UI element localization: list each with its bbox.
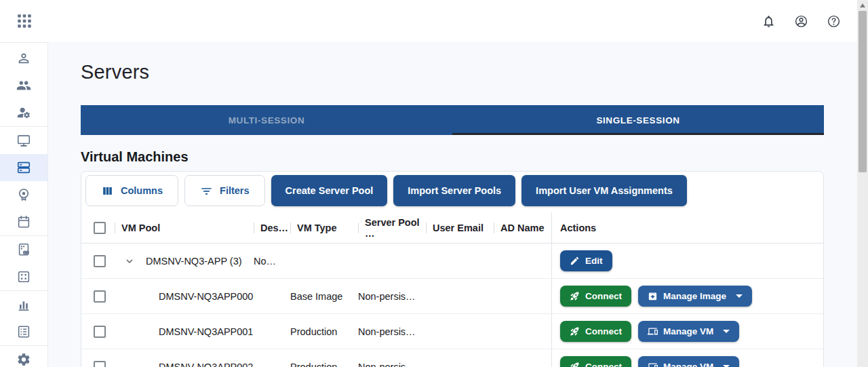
sidebar-item-applications[interactable] — [0, 263, 47, 290]
servers-icon — [16, 160, 31, 175]
connect-button[interactable]: Connect — [560, 356, 631, 367]
rocket-icon — [570, 362, 580, 367]
manage-vm-button[interactable]: Manage VM — [638, 356, 739, 367]
row-checkbox[interactable] — [94, 326, 106, 338]
columns-button[interactable]: Columns — [85, 175, 178, 206]
table-row: DMSNV-NQ3-APP (3) No… Edit — [81, 244, 823, 279]
sidebar-item-groups[interactable] — [0, 72, 47, 99]
scrollbar-thumb[interactable] — [859, 11, 867, 172]
sidebar-item-users[interactable] — [0, 45, 47, 72]
filters-button-label: Filters — [220, 185, 250, 196]
vm-name: DMSNV-NQ3APP001 — [159, 326, 253, 337]
badge-icon — [16, 187, 31, 202]
rocket-icon — [570, 326, 580, 336]
header-actions: Actions — [551, 212, 823, 243]
header-user-email[interactable]: User Email — [426, 212, 494, 243]
header-vm-pool[interactable]: VM Pool — [115, 212, 254, 243]
sidebar-item-certificates[interactable] — [0, 181, 47, 208]
table-toolbar: Columns Filters Create Server Pool Impor… — [81, 172, 823, 212]
sidebar-nav — [0, 42, 48, 367]
desktop-icon — [16, 133, 31, 148]
account-circle-icon — [794, 14, 808, 28]
manage-accounts-icon — [16, 105, 31, 120]
row-checkbox[interactable] — [94, 361, 106, 367]
row-checkbox[interactable] — [94, 290, 106, 303]
manage-image-button[interactable]: Manage Image — [638, 286, 752, 307]
logs-list-icon — [16, 324, 31, 339]
select-all-checkbox[interactable] — [94, 222, 106, 234]
user-icon — [16, 51, 31, 66]
session-tabbar: MULTI-SESSION SINGLE-SESSION — [81, 105, 824, 135]
vm-pool-name: DMSNV-NQ3-APP (3) — [146, 256, 242, 267]
sidebar-item-settings[interactable] — [0, 346, 47, 367]
calendar-icon — [16, 214, 31, 229]
bar-chart-icon — [16, 297, 31, 312]
row-checkbox[interactable] — [94, 255, 106, 267]
import-server-pools-button[interactable]: Import Server Pools — [393, 175, 515, 206]
sidebar-item-logs[interactable] — [0, 318, 47, 345]
vm-type: Base Image — [290, 279, 358, 313]
server-pool-type: Non-persis… — [358, 279, 426, 313]
header-server-pool-type[interactable]: Server Pool … — [358, 212, 426, 243]
table-row: DMSNV-NQ3APP000 Base Image Non-persis… C… — [81, 279, 823, 314]
dropdown-caret-icon — [723, 330, 730, 333]
devices-icon — [648, 362, 658, 367]
sidebar-item-desktops[interactable] — [0, 127, 47, 154]
connect-button[interactable]: Connect — [560, 286, 631, 307]
table-row: DMSNV-NQ3APP001 Production Non-persis… C… — [81, 314, 823, 349]
filters-button[interactable]: Filters — [184, 175, 265, 206]
columns-icon — [101, 185, 114, 197]
group-icon — [16, 78, 31, 93]
sidebar-item-servers[interactable] — [0, 154, 47, 181]
account-button[interactable] — [788, 8, 814, 34]
top-bar — [0, 0, 868, 42]
vm-description: No… — [254, 244, 290, 278]
virtual-machines-card: Columns Filters Create Server Pool Impor… — [81, 171, 824, 367]
tab-single-session[interactable]: SINGLE-SESSION — [452, 105, 824, 135]
table-header-row: VM Pool Des… VM Type Server Pool … User … — [81, 212, 823, 244]
app-link-icon — [16, 242, 31, 257]
help-button[interactable] — [821, 8, 846, 34]
sidebar-item-user-settings[interactable] — [0, 99, 47, 126]
server-pool-type: Non-persis… — [358, 314, 426, 349]
edit-button[interactable]: Edit — [560, 250, 612, 271]
chevron-down-icon — [123, 255, 136, 267]
notifications-button[interactable] — [755, 8, 781, 34]
apps-grid-icon — [16, 12, 33, 30]
header-ad-name[interactable]: AD Name — [494, 212, 551, 243]
server-pool-type: Non-persis… — [358, 349, 426, 367]
filter-icon — [200, 185, 213, 197]
section-title: Virtual Machines — [81, 149, 189, 165]
vm-type: Production — [290, 314, 358, 349]
main-content: Servers MULTI-SESSION SINGLE-SESSION Vir… — [48, 42, 857, 367]
vm-name: DMSNV-NQ3APP000 — [159, 291, 253, 302]
sidebar-item-schedule[interactable] — [0, 208, 47, 235]
manage-vm-button[interactable]: Manage VM — [638, 321, 739, 342]
help-icon — [827, 14, 841, 28]
gear-icon — [16, 352, 31, 367]
sidebar-item-app-links[interactable] — [0, 236, 47, 263]
apps-box-icon — [16, 269, 31, 284]
archive-box-icon — [648, 291, 658, 301]
table-row: DMSNV-NQ3APP002 Production Non-persis… C… — [81, 349, 823, 367]
rocket-icon — [570, 291, 580, 301]
scroll-up-arrow-icon[interactable] — [860, 3, 865, 7]
bell-icon — [762, 14, 776, 28]
vm-type: Production — [290, 349, 358, 367]
page-title: Servers — [81, 61, 149, 83]
vm-name: DMSNV-NQ3APP002 — [159, 362, 253, 367]
pencil-icon — [570, 256, 580, 266]
header-vm-type[interactable]: VM Type — [290, 212, 358, 243]
expand-row-button[interactable] — [123, 254, 136, 268]
sidebar-item-reports[interactable] — [0, 291, 47, 318]
tab-multi-session[interactable]: MULTI-SESSION — [81, 105, 452, 135]
create-server-pool-button[interactable]: Create Server Pool — [271, 175, 388, 206]
devices-icon — [648, 326, 658, 336]
columns-button-label: Columns — [121, 185, 163, 196]
app-launcher-button[interactable] — [0, 0, 48, 42]
dropdown-caret-icon — [736, 294, 743, 298]
header-description[interactable]: Des… — [254, 212, 290, 243]
vertical-scrollbar[interactable] — [857, 0, 868, 367]
connect-button[interactable]: Connect — [560, 321, 631, 342]
import-user-vm-assignments-button[interactable]: Import User VM Assignments — [521, 175, 687, 206]
